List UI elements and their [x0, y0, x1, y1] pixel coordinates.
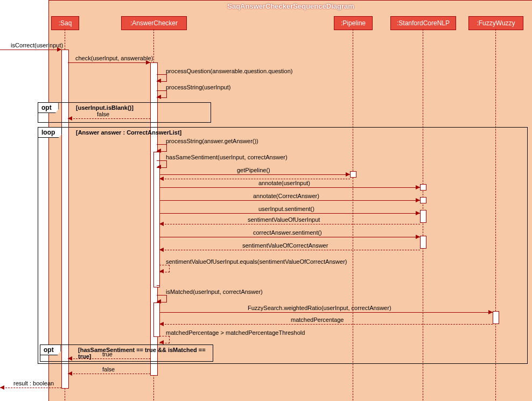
arrowhead	[416, 198, 420, 202]
msg-false1: false	[97, 111, 109, 117]
arrowhead	[159, 177, 164, 181]
arrowhead	[159, 340, 164, 344]
arrow	[159, 224, 420, 224]
arrow	[68, 358, 150, 359]
arrowhead	[157, 165, 161, 169]
participant-fuzzy: :FuzzyWuzzy	[468, 16, 523, 30]
msg: matchedPercentage	[291, 316, 344, 323]
sequence-diagram: SaqAnswerCheckerSequenceDiagram :Saq :An…	[0, 0, 532, 401]
arrow	[68, 374, 150, 374]
arrow	[159, 179, 350, 179]
participant-checker: :AnswerChecker	[121, 16, 187, 30]
arrowhead	[157, 95, 161, 99]
arrowhead	[146, 60, 150, 65]
arrow-iscorrect	[0, 50, 61, 50]
arrowhead	[157, 79, 161, 83]
arrowhead	[159, 222, 164, 226]
msg: correctAnswer.sentiment()	[253, 229, 322, 236]
msg: true	[102, 351, 113, 357]
msg-result: result : boolean	[13, 380, 54, 386]
msg: hasSameSentiment(userInput, correctAnswe…	[166, 154, 288, 160]
fragment-loop-label: loop	[38, 128, 62, 138]
arrow	[68, 62, 150, 63]
msg: getPipeline()	[237, 167, 270, 173]
arrow	[159, 213, 420, 214]
diagram-title: SaqAnswerCheckerSequenceDiagram	[227, 2, 354, 10]
msg: sentimentValueOfUserInput.equals(sentime…	[166, 258, 347, 265]
seg	[157, 285, 160, 286]
arrowhead	[159, 269, 164, 273]
arrowhead	[68, 356, 72, 361]
arrow	[159, 200, 420, 201]
arrowhead	[0, 385, 4, 390]
msg: matchedPercentage > matchedPercentageThr…	[166, 329, 305, 336]
arrowhead	[68, 371, 72, 376]
fragment-opt2-label: opt	[40, 345, 61, 355]
msg: sentimentValueOfCorrectAnswer	[242, 242, 328, 249]
arrow	[159, 174, 350, 175]
arrow	[159, 324, 493, 325]
msg: FuzzySearch.weightedRatio(userInput, cor…	[248, 305, 391, 311]
fragment-opt1-label: opt	[38, 103, 59, 113]
arrowhead	[346, 172, 350, 177]
arrowhead	[416, 211, 420, 215]
participant-saq: :Saq	[51, 16, 79, 30]
arrow	[0, 388, 61, 388]
arrowhead	[488, 310, 493, 314]
arrowhead	[57, 47, 61, 52]
arrow	[159, 312, 493, 313]
arrow	[159, 250, 420, 250]
msg: sentimentValueOfUserInput	[248, 216, 320, 223]
msg: userInput.sentiment()	[258, 206, 314, 212]
arrow	[159, 187, 420, 188]
participant-nlp: :StanfordCoreNLP	[390, 16, 456, 30]
participant-pipeline: :Pipeline	[334, 16, 373, 30]
arrowhead	[159, 248, 164, 252]
arrow	[68, 118, 150, 119]
msg: processString(answer.getAnswer())	[166, 138, 258, 144]
fragment-opt2: opt [hasSameSentiment == true && isMatch…	[40, 344, 213, 362]
arrowhead	[157, 149, 161, 153]
msg-processquestion: processQuestion(answerable.question.ques…	[166, 68, 292, 74]
msg-processstring: processString(userInput)	[166, 84, 230, 90]
fragment-opt1: opt [userInput.isBlank()]	[38, 102, 211, 123]
msg: annotate(userInput)	[258, 180, 310, 186]
msg: isMatched(userInput, correctAnswer)	[166, 289, 263, 295]
arrowhead	[416, 185, 420, 189]
fragment-loop-guard: [Answer answer : CorrectAnswerList]	[76, 129, 181, 136]
msg-check: check(userInput, answerable)	[75, 55, 153, 61]
arrowhead	[157, 299, 161, 304]
msg: annotate(CorrectAnswer)	[253, 193, 319, 199]
arrowhead	[159, 322, 164, 326]
msg-iscorrect: isCorrect(userInput)	[11, 42, 63, 48]
arrowhead	[416, 235, 420, 239]
fragment-opt2-guard: [hasSameSentiment == true && isMatched =…	[78, 347, 213, 360]
arrow	[159, 237, 420, 237]
arrowhead	[68, 116, 72, 121]
fragment-opt1-guard: [userInput.isBlank()]	[76, 104, 134, 111]
msg: false	[102, 366, 115, 372]
